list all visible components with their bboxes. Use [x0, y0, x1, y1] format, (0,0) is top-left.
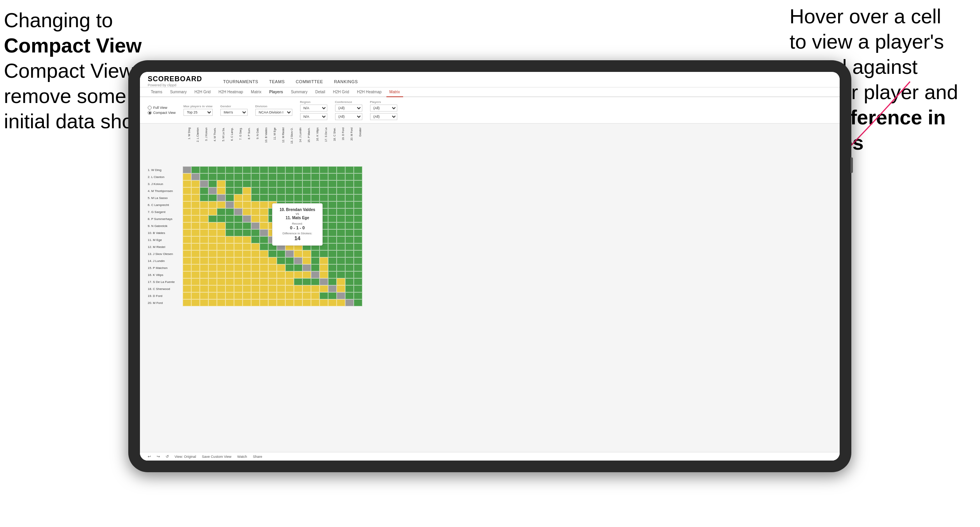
matrix-cell[interactable]: [260, 257, 268, 264]
matrix-cell[interactable]: [285, 194, 294, 201]
matrix-cell[interactable]: [217, 250, 225, 257]
matrix-cell[interactable]: [200, 250, 208, 257]
matrix-cell[interactable]: [208, 215, 217, 222]
matrix-cell[interactable]: [328, 236, 337, 243]
matrix-cell[interactable]: [200, 173, 208, 180]
matrix-cell[interactable]: [354, 271, 362, 278]
matrix-cell[interactable]: [251, 236, 260, 243]
matrix-cell[interactable]: [234, 243, 243, 250]
matrix-cell[interactable]: [191, 208, 200, 215]
matrix-cell[interactable]: [354, 257, 362, 264]
matrix-cell[interactable]: [243, 173, 251, 180]
matrix-cell[interactable]: [337, 208, 345, 215]
matrix-cell[interactable]: [354, 208, 362, 215]
matrix-cell[interactable]: [208, 243, 217, 250]
matrix-cell[interactable]: [225, 166, 234, 173]
matrix-cell[interactable]: [345, 166, 354, 173]
matrix-cell[interactable]: [337, 180, 345, 187]
matrix-cell[interactable]: [345, 208, 354, 215]
matrix-cell[interactable]: [191, 278, 200, 285]
matrix-cell[interactable]: [217, 299, 225, 306]
matrix-cell[interactable]: [311, 292, 320, 299]
matrix-cell[interactable]: [217, 166, 225, 173]
matrix-cell[interactable]: [191, 215, 200, 222]
matrix-cell[interactable]: [251, 187, 260, 194]
matrix-cell[interactable]: [260, 187, 268, 194]
matrix-cell[interactable]: [345, 278, 354, 285]
matrix-cell[interactable]: [183, 229, 191, 236]
matrix-cell[interactable]: [225, 180, 234, 187]
matrix-cell[interactable]: [200, 299, 208, 306]
save-custom-button[interactable]: Save Custom View: [202, 455, 231, 459]
subnav-h2h-grid[interactable]: H2H Grid: [191, 87, 214, 96]
matrix-cell[interactable]: [200, 201, 208, 208]
matrix-cell[interactable]: [243, 201, 251, 208]
matrix-cell[interactable]: [337, 236, 345, 243]
matrix-cell[interactable]: [234, 201, 243, 208]
matrix-cell[interactable]: [208, 166, 217, 173]
matrix-cell[interactable]: [217, 292, 225, 299]
matrix-cell[interactable]: [260, 215, 268, 222]
matrix-cell[interactable]: [217, 201, 225, 208]
matrix-cell[interactable]: [183, 208, 191, 215]
matrix-cell[interactable]: [277, 250, 285, 257]
matrix-cell[interactable]: [208, 201, 217, 208]
matrix-cell[interactable]: [191, 243, 200, 250]
matrix-cell[interactable]: [191, 292, 200, 299]
matrix-cell[interactable]: [328, 271, 337, 278]
matrix-cell[interactable]: [354, 215, 362, 222]
matrix-cell[interactable]: [328, 250, 337, 257]
full-view-option[interactable]: Full View: [148, 106, 176, 110]
matrix-cell[interactable]: [277, 257, 285, 264]
matrix-cell[interactable]: [200, 243, 208, 250]
matrix-cell[interactable]: [328, 299, 337, 306]
matrix-cell[interactable]: [225, 264, 234, 271]
matrix-cell[interactable]: [183, 278, 191, 285]
matrix-cell[interactable]: [243, 187, 251, 194]
matrix-cell[interactable]: [345, 236, 354, 243]
matrix-cell[interactable]: [234, 257, 243, 264]
matrix-cell[interactable]: [302, 264, 311, 271]
matrix-cell[interactable]: [208, 180, 217, 187]
matrix-cell[interactable]: [260, 208, 268, 215]
matrix-cell[interactable]: [191, 264, 200, 271]
subnav-h2h-grid2[interactable]: H2H Grid: [330, 87, 353, 96]
matrix-cell[interactable]: [354, 201, 362, 208]
share-button[interactable]: Share: [253, 455, 262, 459]
matrix-cell[interactable]: [243, 264, 251, 271]
matrix-cell[interactable]: [217, 187, 225, 194]
matrix-cell[interactable]: [191, 236, 200, 243]
matrix-cell[interactable]: [354, 285, 362, 292]
matrix-cell[interactable]: [277, 299, 285, 306]
matrix-cell[interactable]: [234, 208, 243, 215]
matrix-cell[interactable]: [328, 278, 337, 285]
matrix-cell[interactable]: [302, 299, 311, 306]
matrix-cell[interactable]: [345, 250, 354, 257]
matrix-cell[interactable]: [208, 285, 217, 292]
matrix-cell[interactable]: [200, 208, 208, 215]
matrix-cell[interactable]: [251, 222, 260, 229]
matrix-cell[interactable]: [311, 187, 320, 194]
matrix-cell[interactable]: [200, 257, 208, 264]
matrix-cell[interactable]: [285, 250, 294, 257]
matrix-cell[interactable]: [277, 173, 285, 180]
matrix-cell[interactable]: [243, 257, 251, 264]
matrix-cell[interactable]: [243, 292, 251, 299]
matrix-cell[interactable]: [234, 194, 243, 201]
matrix-cell[interactable]: [225, 236, 234, 243]
matrix-cell[interactable]: [311, 264, 320, 271]
matrix-cell[interactable]: [183, 222, 191, 229]
matrix-cell[interactable]: [337, 222, 345, 229]
undo-button[interactable]: ↩: [148, 454, 151, 459]
matrix-cell[interactable]: [345, 285, 354, 292]
matrix-cell[interactable]: [354, 299, 362, 306]
matrix-cell[interactable]: [234, 299, 243, 306]
matrix-cell[interactable]: [225, 229, 234, 236]
matrix-cell[interactable]: [294, 285, 302, 292]
matrix-cell[interactable]: [354, 278, 362, 285]
matrix-cell[interactable]: [217, 173, 225, 180]
matrix-cell[interactable]: [294, 250, 302, 257]
matrix-cell[interactable]: [320, 257, 328, 264]
matrix-cell[interactable]: [302, 285, 311, 292]
players-select[interactable]: (All): [370, 105, 397, 112]
